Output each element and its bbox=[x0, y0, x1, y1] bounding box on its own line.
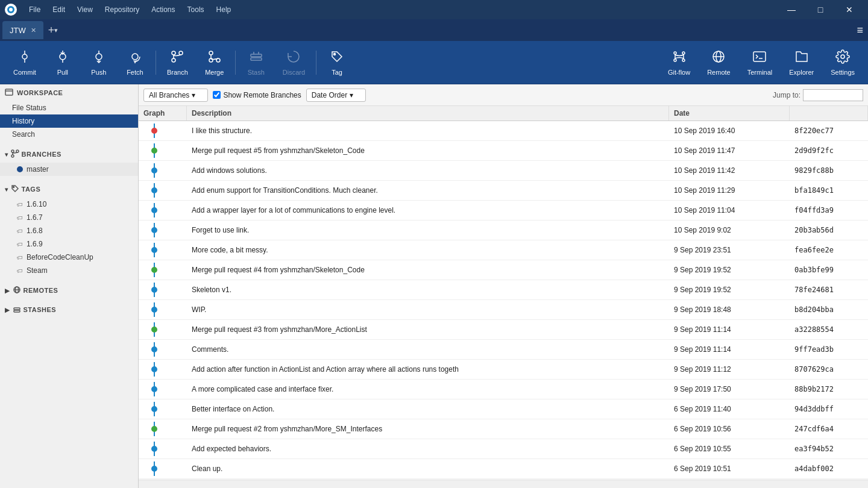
app-logo bbox=[5, 4, 17, 16]
commit-row[interactable]: Forget to use link.10 Sep 2019 9:0220b3a… bbox=[139, 221, 868, 240]
workspace-section-header[interactable]: WORKSPACE bbox=[0, 84, 138, 101]
commit-row[interactable]: WIP.9 Sep 2019 18:48b8d204bba bbox=[139, 300, 868, 320]
tab-dropdown-button[interactable]: ▾ bbox=[54, 27, 58, 34]
date-order-label: Date Order bbox=[312, 91, 347, 99]
tags-section-header[interactable]: ▾ TAGS bbox=[0, 181, 138, 198]
minimize-button[interactable]: — bbox=[778, 0, 805, 19]
sidebar-tag-1610[interactable]: 🏷 1.6.10 bbox=[0, 198, 138, 211]
discard-button[interactable]: Discard bbox=[274, 45, 313, 81]
date-header: Date bbox=[669, 106, 790, 120]
commit-row[interactable]: Merge pull request #2 from yshmzhan/More… bbox=[139, 419, 868, 439]
branches-section-header[interactable]: ▾ BRANCHES bbox=[0, 146, 138, 163]
svg-point-39 bbox=[11, 150, 14, 152]
toolbar: Commit Pull Push bbox=[0, 41, 868, 84]
hamburger-button[interactable]: ≡ bbox=[857, 24, 868, 37]
menu-repository[interactable]: Repository bbox=[100, 4, 144, 15]
commit-hash: b8d204bba bbox=[790, 300, 868, 319]
fetch-button[interactable]: Fetch bbox=[117, 45, 153, 81]
commit-row[interactable]: Skeleton v1.9 Sep 2019 19:5278fe24681 bbox=[139, 280, 868, 300]
commit-row[interactable]: Add a wrapper layer for a lot of communi… bbox=[139, 201, 868, 221]
commit-row[interactable]: More code, a bit messy.9 Sep 2019 23:51f… bbox=[139, 240, 868, 260]
menu-edit[interactable]: Edit bbox=[48, 4, 70, 15]
maximize-button[interactable]: □ bbox=[807, 0, 834, 19]
stash-button[interactable]: Stash bbox=[238, 45, 274, 81]
sidebar-item-search[interactable]: Search bbox=[0, 128, 138, 141]
svg-point-80 bbox=[152, 427, 157, 431]
menu-view[interactable]: View bbox=[72, 4, 98, 15]
commit-row[interactable]: Add expected behaviors.6 Sep 2019 10:55e… bbox=[139, 439, 868, 459]
branch-button[interactable]: Branch bbox=[159, 45, 197, 81]
new-tab-button[interactable]: + bbox=[48, 24, 55, 37]
commit-table: Graph Description Date I like this struc… bbox=[139, 106, 868, 480]
terminal-button[interactable]: Terminal bbox=[739, 45, 781, 81]
commit-date: 6 Sep 2019 10:56 bbox=[669, 419, 790, 439]
commit-hash: 0ab3bfe99 bbox=[790, 260, 868, 280]
toolbar-main-group: Commit Pull Push bbox=[5, 45, 355, 81]
menu-actions[interactable]: Actions bbox=[146, 4, 180, 15]
commit-description: Better interface on Action. bbox=[187, 399, 669, 419]
commit-row[interactable]: Comments.9 Sep 2019 11:149ff7ead3b bbox=[139, 340, 868, 360]
commit-date: 10 Sep 2019 11:29 bbox=[669, 181, 790, 200]
commit-row[interactable]: I like this structure.10 Sep 2019 16:408… bbox=[139, 121, 868, 141]
svg-point-76 bbox=[152, 387, 157, 392]
commit-row[interactable]: A more complicated case and interface fi… bbox=[139, 380, 868, 399]
discard-label: Discard bbox=[283, 69, 305, 76]
merge-button[interactable]: Merge bbox=[197, 45, 233, 81]
sidebar-item-history[interactable]: History bbox=[0, 114, 138, 128]
sidebar-item-file-status[interactable]: File Status bbox=[0, 101, 138, 114]
commit-row[interactable]: Better interface on Action.6 Sep 2019 11… bbox=[139, 399, 868, 419]
show-remote-branches-checkbox[interactable] bbox=[213, 91, 221, 99]
commit-row[interactable]: Merge pull request #4 from yshmzhan/Skel… bbox=[139, 260, 868, 280]
sidebar-tag-168[interactable]: 🏷 1.6.8 bbox=[0, 224, 138, 237]
tab-close-button[interactable]: ✕ bbox=[31, 27, 36, 34]
tag-button[interactable]: Tag bbox=[319, 45, 355, 81]
menu-file[interactable]: File bbox=[24, 4, 45, 15]
sidebar-tag-167[interactable]: 🏷 1.6.7 bbox=[0, 211, 138, 224]
git-flow-button[interactable]: Git-flow bbox=[659, 45, 699, 81]
sidebar: WORKSPACE File Status History Search ▾ B… bbox=[0, 84, 139, 488]
push-button[interactable]: Push bbox=[81, 45, 117, 81]
commit-row[interactable]: Add windows solutions.10 Sep 2019 11:429… bbox=[139, 161, 868, 181]
commit-description: I like this structure. bbox=[187, 121, 669, 140]
jump-to-input[interactable] bbox=[803, 89, 863, 101]
titlebar: File Edit View Repository Actions Tools … bbox=[0, 0, 868, 19]
close-button[interactable]: ✕ bbox=[835, 0, 863, 19]
svg-point-16 bbox=[209, 51, 213, 55]
commit-graph-cell bbox=[139, 280, 187, 299]
commit-hash: ea3f94b52 bbox=[790, 439, 868, 458]
commit-button[interactable]: Commit bbox=[5, 45, 45, 81]
all-branches-dropdown[interactable]: All Branches ▾ bbox=[143, 89, 208, 102]
all-branches-chevron: ▾ bbox=[192, 91, 195, 99]
remote-button[interactable]: Remote bbox=[699, 45, 739, 81]
svg-rect-20 bbox=[251, 54, 262, 57]
pull-button[interactable]: Pull bbox=[45, 45, 81, 81]
sidebar-tag-bccu[interactable]: 🏷 BeforeCodeCleanUp bbox=[0, 251, 138, 264]
active-tab[interactable]: JTW ✕ bbox=[2, 21, 43, 39]
settings-button[interactable]: Settings bbox=[822, 45, 863, 81]
menu-help[interactable]: Help bbox=[212, 4, 236, 15]
explorer-button[interactable]: Explorer bbox=[781, 45, 822, 81]
commit-description: Skeleton v1. bbox=[187, 280, 669, 299]
commit-row[interactable]: Merge pull request #3 from yshmzhan/More… bbox=[139, 320, 868, 340]
sidebar-tag-steam[interactable]: 🏷 Steam bbox=[0, 264, 138, 277]
sidebar-branch-master[interactable]: master bbox=[0, 163, 138, 176]
remotes-section-header[interactable]: ▶ REMOTES bbox=[0, 282, 138, 299]
commit-row[interactable]: Merge pull request #5 from yshmzhan/Skel… bbox=[139, 141, 868, 161]
titlebar-menu: File Edit View Repository Actions Tools … bbox=[24, 4, 236, 15]
tags-icon bbox=[11, 184, 19, 194]
branch-master-label: master bbox=[27, 165, 49, 174]
show-remote-branches-checkbox-container[interactable]: Show Remote Branches bbox=[213, 91, 301, 99]
horizontal-scrollbar[interactable] bbox=[139, 480, 868, 488]
svg-point-68 bbox=[152, 307, 157, 312]
commit-row[interactable]: Add action after function in ActionList … bbox=[139, 360, 868, 380]
commit-row[interactable]: Add enum support for TransitionCondition… bbox=[139, 181, 868, 201]
sidebar-tag-169[interactable]: 🏷 1.6.9 bbox=[0, 237, 138, 251]
menu-tools[interactable]: Tools bbox=[183, 4, 209, 15]
date-order-dropdown[interactable]: Date Order ▾ bbox=[306, 89, 366, 102]
commit-hash: 9ff7ead3b bbox=[790, 340, 868, 359]
stashes-label: STASHES bbox=[24, 306, 57, 313]
commit-date: 10 Sep 2019 16:40 bbox=[669, 121, 790, 140]
tag-167-label: 1.6.7 bbox=[27, 213, 43, 222]
stashes-section-header[interactable]: ▶ STASHES bbox=[0, 301, 138, 318]
commit-row[interactable]: Clean up.6 Sep 2019 10:51a4dabf002 bbox=[139, 459, 868, 479]
